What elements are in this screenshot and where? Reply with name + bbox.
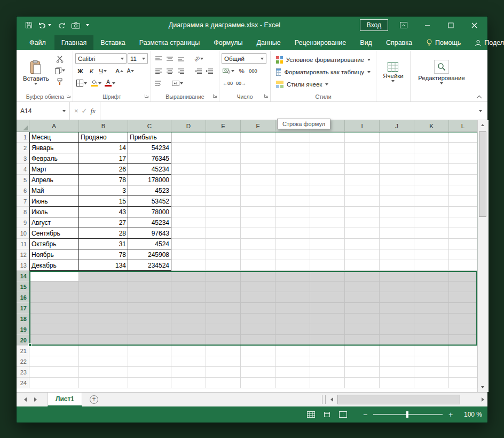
cell-I22[interactable] bbox=[345, 356, 380, 367]
column-header-F[interactable]: F bbox=[241, 120, 275, 132]
align-top-button[interactable] bbox=[153, 54, 163, 64]
column-header-J[interactable]: J bbox=[380, 120, 414, 132]
number-dialog-launcher[interactable] bbox=[264, 93, 269, 99]
column-header-L[interactable]: L bbox=[449, 120, 477, 132]
cell-E8[interactable] bbox=[206, 207, 241, 217]
cell-H17[interactable] bbox=[310, 303, 345, 314]
format-as-table-button[interactable]: Форматировать как таблицу bbox=[273, 66, 374, 79]
scroll-left-button[interactable] bbox=[327, 393, 336, 406]
cell-L9[interactable] bbox=[449, 217, 477, 228]
comma-style-button[interactable]: 000 bbox=[248, 66, 258, 76]
cell-H22[interactable] bbox=[310, 356, 345, 367]
new-sheet-button[interactable]: + bbox=[90, 395, 98, 404]
cell-J24[interactable] bbox=[380, 378, 414, 388]
cell-D5[interactable] bbox=[171, 175, 206, 185]
cell-C7[interactable]: 53452 bbox=[128, 196, 171, 207]
cell-F18[interactable] bbox=[241, 314, 275, 324]
cell-I23[interactable] bbox=[345, 367, 380, 378]
cell-H12[interactable] bbox=[310, 249, 345, 260]
cell-D22[interactable] bbox=[171, 356, 206, 367]
cell-K24[interactable] bbox=[414, 378, 449, 388]
cell-H13[interactable] bbox=[310, 260, 345, 271]
font-color-button[interactable]: А bbox=[104, 79, 116, 88]
cell-G22[interactable] bbox=[275, 356, 310, 367]
cell-D1[interactable] bbox=[171, 132, 206, 143]
zoom-out-button[interactable]: − bbox=[361, 410, 369, 419]
cell-I10[interactable] bbox=[345, 228, 380, 239]
cell-K6[interactable] bbox=[414, 185, 449, 196]
row-header-1[interactable]: 1 bbox=[17, 132, 29, 143]
cell-L23[interactable] bbox=[449, 367, 477, 378]
cell-L12[interactable] bbox=[449, 249, 477, 260]
cell-H7[interactable] bbox=[310, 196, 345, 207]
cell-H19[interactable] bbox=[310, 324, 345, 335]
cell-L5[interactable] bbox=[449, 175, 477, 185]
cell-F22[interactable] bbox=[241, 356, 275, 367]
cell-L18[interactable] bbox=[449, 314, 477, 324]
cell-J1[interactable] bbox=[380, 132, 414, 143]
cell-C8[interactable]: 78000 bbox=[128, 207, 171, 217]
cell-G10[interactable] bbox=[275, 228, 310, 239]
column-header-K[interactable]: K bbox=[414, 120, 449, 132]
scroll-right-button[interactable] bbox=[478, 393, 487, 406]
cell-G12[interactable] bbox=[275, 249, 310, 260]
cell-I16[interactable] bbox=[345, 292, 380, 303]
cell-E20[interactable] bbox=[206, 335, 241, 346]
cell-G16[interactable] bbox=[275, 292, 310, 303]
tab-splitter-handle[interactable] bbox=[322, 395, 326, 404]
cell-B11[interactable]: 31 bbox=[79, 239, 128, 249]
cell-A10[interactable]: Сентябрь bbox=[29, 228, 79, 239]
row-header-7[interactable]: 7 bbox=[17, 196, 29, 207]
page-layout-view-button[interactable] bbox=[321, 409, 333, 420]
cell-B10[interactable]: 28 bbox=[79, 228, 128, 239]
cell-B16[interactable] bbox=[79, 292, 128, 303]
share-button[interactable]: Поделиться bbox=[468, 35, 504, 50]
row-header-15[interactable]: 15 bbox=[17, 281, 29, 292]
cell-A2[interactable]: Январь bbox=[29, 143, 79, 153]
cell-B17[interactable] bbox=[79, 303, 128, 314]
cell-B23[interactable] bbox=[79, 367, 128, 378]
cells-button[interactable]: Ячейки bbox=[380, 61, 407, 83]
cell-J11[interactable] bbox=[380, 239, 414, 249]
merge-dropdown-icon[interactable] bbox=[180, 82, 183, 84]
conditional-formatting-button[interactable]: Условное форматирование bbox=[273, 54, 374, 66]
cell-A11[interactable]: Октябрь bbox=[29, 239, 79, 249]
cell-K16[interactable] bbox=[414, 292, 449, 303]
cell-E23[interactable] bbox=[206, 367, 241, 378]
paste-button[interactable]: Вставить bbox=[20, 52, 52, 92]
row-header-24[interactable]: 24 bbox=[17, 378, 29, 388]
cell-E4[interactable] bbox=[206, 164, 241, 175]
cell-D18[interactable] bbox=[171, 314, 206, 324]
cell-H14[interactable] bbox=[310, 271, 345, 281]
zoom-slider-track[interactable] bbox=[373, 414, 443, 415]
cell-J13[interactable] bbox=[380, 260, 414, 271]
cell-K1[interactable] bbox=[414, 132, 449, 143]
cell-K8[interactable] bbox=[414, 207, 449, 217]
cell-D13[interactable] bbox=[171, 260, 206, 271]
cell-C23[interactable] bbox=[128, 367, 171, 378]
column-header-D[interactable]: D bbox=[171, 120, 206, 132]
cell-B13[interactable]: 134 bbox=[79, 260, 128, 271]
row-header-11[interactable]: 11 bbox=[17, 239, 29, 249]
cell-G8[interactable] bbox=[275, 207, 310, 217]
cell-J14[interactable] bbox=[380, 271, 414, 281]
underline-button[interactable]: Ч bbox=[98, 66, 108, 76]
row-header-2[interactable]: 2 bbox=[17, 143, 29, 153]
row-header-10[interactable]: 10 bbox=[17, 228, 29, 239]
cell-E14[interactable] bbox=[206, 271, 241, 281]
row-header-23[interactable]: 23 bbox=[17, 367, 29, 378]
merge-center-button[interactable] bbox=[171, 79, 184, 88]
screenshot-button[interactable] bbox=[72, 22, 80, 29]
cell-styles-button[interactable]: Стили ячеек bbox=[273, 79, 374, 91]
format-painter-button[interactable] bbox=[53, 77, 66, 87]
cell-H10[interactable] bbox=[310, 228, 345, 239]
vertical-scroll-thumb[interactable] bbox=[479, 131, 486, 217]
cell-C1[interactable]: Прибыль bbox=[128, 132, 171, 143]
cell-G5[interactable] bbox=[275, 175, 310, 185]
grow-font-button[interactable]: А bbox=[114, 66, 124, 76]
row-header-12[interactable]: 12 bbox=[17, 249, 29, 260]
row-header-5[interactable]: 5 bbox=[17, 175, 29, 185]
italic-button[interactable]: К bbox=[86, 66, 97, 76]
redo-button[interactable] bbox=[57, 22, 66, 28]
cell-J16[interactable] bbox=[380, 292, 414, 303]
